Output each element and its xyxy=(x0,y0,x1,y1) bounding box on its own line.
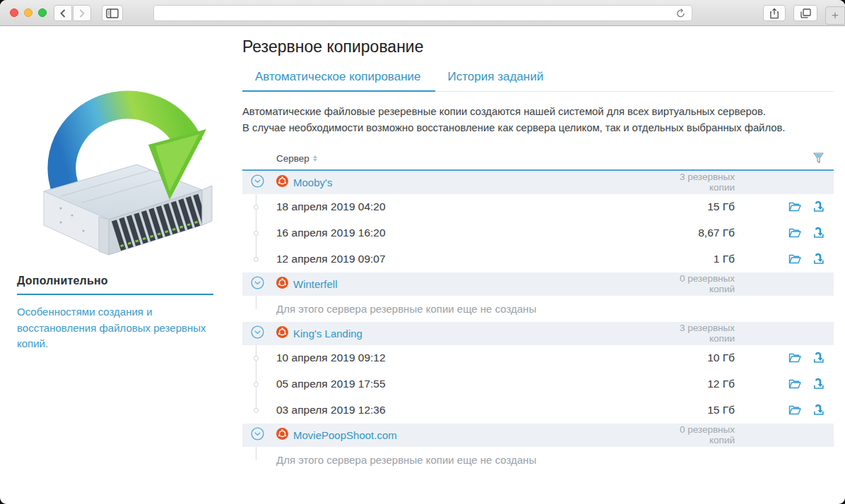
backup-size: 15 Гб xyxy=(657,200,735,213)
zoom-window-button[interactable] xyxy=(38,8,47,17)
forward-icon xyxy=(78,9,85,18)
extras-heading: Дополнительно xyxy=(17,275,213,295)
backup-rows: Для этого сервера резервные копии еще не… xyxy=(242,447,834,473)
description-line-2: В случае необходимости возможно восстано… xyxy=(242,120,834,136)
chevron-down-circle-icon xyxy=(251,280,264,292)
collapse-toggle[interactable] xyxy=(242,427,276,443)
extras-panel: Дополнительно Особенностями создания и в… xyxy=(17,275,213,352)
minimize-window-button[interactable] xyxy=(24,8,32,17)
ubuntu-os-icon xyxy=(276,428,288,443)
share-icon xyxy=(769,8,779,19)
left-sidebar: Дополнительно Особенностями создания и в… xyxy=(0,26,242,473)
server-group-row[interactable]: Winterfell 0 резервных копий xyxy=(242,272,834,296)
chevron-down-circle-icon xyxy=(251,431,264,443)
server-table-body: Mooby's 3 резервных копии 18 апреля 2019… xyxy=(242,171,834,473)
timeline-node xyxy=(254,408,259,413)
browse-files-icon[interactable] xyxy=(788,377,802,391)
download-backup-icon[interactable] xyxy=(811,252,825,266)
backup-row: 12 апреля 2019 09:07 1 Гб xyxy=(242,246,834,272)
collapse-toggle[interactable] xyxy=(242,325,276,342)
share-button[interactable] xyxy=(763,5,786,21)
description: Автоматические файловые резеревные копии… xyxy=(242,104,834,137)
server-column-label: Сервер xyxy=(276,153,309,164)
backup-illustration xyxy=(30,59,225,259)
tab-job-history[interactable]: История заданий xyxy=(435,70,558,91)
server-name[interactable]: Winterfell xyxy=(293,278,338,290)
back-icon xyxy=(59,9,66,18)
backup-date: 18 апреля 2019 04:20 xyxy=(276,200,657,213)
close-window-button[interactable] xyxy=(10,8,18,17)
backup-date: 03 апреля 2019 12:36 xyxy=(276,404,657,416)
description-line-1: Автоматические файловые резеревные копии… xyxy=(242,104,834,120)
backup-row: 03 апреля 2019 12:36 15 Гб xyxy=(242,397,834,424)
download-backup-icon[interactable] xyxy=(811,403,825,417)
browse-files-icon[interactable] xyxy=(788,200,802,214)
download-backup-icon[interactable] xyxy=(811,200,825,214)
backup-count: 0 резервных копий xyxy=(657,273,735,294)
backup-size: 12 Гб xyxy=(657,378,735,390)
ubuntu-os-icon xyxy=(276,175,288,190)
empty-backup-row: Для этого сервера резервные копии еще не… xyxy=(242,296,834,322)
server-name[interactable]: MoviePoopShoot.com xyxy=(293,429,397,441)
empty-backup-row: Для этого сервера резервные копии еще не… xyxy=(242,447,834,473)
browse-files-icon[interactable] xyxy=(788,226,802,240)
server-group-row[interactable]: Mooby's 3 резервных копии xyxy=(242,171,834,194)
sidebar-toggle-button[interactable] xyxy=(102,5,123,21)
timeline-node xyxy=(254,382,259,387)
backup-size: 1 Гб xyxy=(657,253,735,265)
ubuntu-os-icon xyxy=(276,277,288,292)
collapse-toggle[interactable] xyxy=(242,174,276,191)
forward-button[interactable] xyxy=(73,5,91,21)
browse-files-icon[interactable] xyxy=(788,403,802,417)
server-name[interactable]: King's Landing xyxy=(293,328,362,340)
page-title: Резервное копирование xyxy=(242,37,834,56)
main-panel: Резервное копирование Автоматическое коп… xyxy=(242,26,834,473)
back-button[interactable] xyxy=(54,5,72,21)
new-tab-button[interactable]: + xyxy=(825,6,845,25)
browser-window: + xyxy=(0,0,845,504)
server-group-row[interactable]: MoviePoopShoot.com 0 резервных копий xyxy=(242,424,834,447)
chevron-down-circle-icon xyxy=(251,178,264,190)
backup-rows: Для этого сервера резервные копии еще не… xyxy=(242,296,834,322)
download-backup-icon[interactable] xyxy=(811,351,825,365)
server-name[interactable]: Mooby's xyxy=(293,176,332,188)
tab-auto-backup[interactable]: Автоматическое копирование xyxy=(242,70,435,91)
browse-files-icon[interactable] xyxy=(788,252,802,266)
backup-count: 0 резервных копий xyxy=(657,424,735,445)
sidebar-icon xyxy=(106,8,119,18)
extras-link[interactable]: Особенностями создания и восстановления … xyxy=(17,304,213,352)
sort-icon[interactable] xyxy=(313,155,317,162)
backup-count: 3 резервных копии xyxy=(657,323,735,344)
tab-overview-button[interactable] xyxy=(793,5,817,21)
backup-date: 12 апреля 2019 09:07 xyxy=(276,253,657,265)
backup-count: 3 резервных копии xyxy=(657,172,735,193)
filter-icon[interactable] xyxy=(811,151,825,165)
backup-date: 05 апреля 2019 17:55 xyxy=(276,378,657,390)
backup-rows: 10 апреля 2019 09:12 10 Гб 05 апреля 201… xyxy=(242,345,834,424)
backup-rows: 18 апреля 2019 04:20 15 Гб 16 апреля 201… xyxy=(242,194,834,272)
tab-overview-icon xyxy=(800,8,811,18)
backup-date: 10 апреля 2019 09:12 xyxy=(276,352,657,364)
tab-bar: Автоматическое копирование История задан… xyxy=(242,70,834,92)
server-group-row[interactable]: King's Landing 3 резервных копии xyxy=(242,322,834,345)
collapse-toggle[interactable] xyxy=(242,276,276,292)
table-header: Сервер xyxy=(242,148,834,171)
backup-size: 10 Гб xyxy=(657,352,735,364)
page-content: Дополнительно Особенностями создания и в… xyxy=(0,26,845,473)
server-column-header[interactable]: Сервер xyxy=(242,153,657,164)
empty-message: Для этого сервера резервные копии еще не… xyxy=(276,454,834,466)
backup-size: 8,67 Гб xyxy=(657,227,735,239)
backup-row: 10 апреля 2019 09:12 10 Гб xyxy=(242,345,834,371)
timeline-node xyxy=(254,205,259,210)
traffic-lights xyxy=(10,8,47,17)
backup-size: 15 Гб xyxy=(657,404,735,416)
empty-message: Для этого сервера резервные копии еще не… xyxy=(276,303,834,315)
download-backup-icon[interactable] xyxy=(811,226,825,240)
browse-files-icon[interactable] xyxy=(788,351,802,365)
browser-chrome: + xyxy=(0,0,845,26)
backup-date: 16 апреля 2019 16:20 xyxy=(276,227,657,239)
download-backup-icon[interactable] xyxy=(811,377,825,391)
address-bar[interactable] xyxy=(153,5,692,21)
reload-icon[interactable] xyxy=(673,6,687,20)
backup-row: 18 апреля 2019 04:20 15 Гб xyxy=(242,194,834,220)
